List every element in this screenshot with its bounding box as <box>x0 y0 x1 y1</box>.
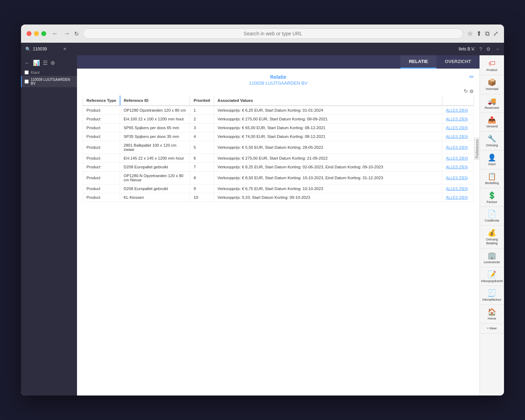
cell-associated-values: Verkoopprijs: € 5,50 EUR, Start Datum Ko… <box>214 141 442 154</box>
cell-reference-type: Product <box>83 172 120 184</box>
cell-prioriteit: 8 <box>190 172 214 184</box>
relation-subtitle: 110039 LUIJTGAARDEN BV <box>83 80 474 86</box>
sidebar-item-verzend[interactable]: 📤 Verzend <box>480 113 504 132</box>
browser-toolbar: ← → ↻ ☆ ⬆ ⧉ ⤢ <box>21 24 504 43</box>
settings-button[interactable]: ⚙ <box>486 46 491 52</box>
table-settings-button[interactable]: ⚙ <box>469 89 474 94</box>
inkoopfactuur-icon: 🧾 <box>488 289 496 297</box>
cell-actions: ALLES ZIEN <box>442 115 474 124</box>
sidebar-item-klant[interactable]: 👤 Klant <box>480 150 504 169</box>
fullscreen-button[interactable]: ⤢ <box>493 30 498 37</box>
search-clear-button[interactable]: ✕ <box>63 47 66 51</box>
cell-actions: ALLES ZIEN <box>442 163 474 172</box>
sidebar-item-factuur[interactable]: 💲 Factuur <box>480 188 504 207</box>
table-row: Product OP1280.N Opzetranden 120 x 80 cm… <box>83 172 474 184</box>
edit-icon[interactable]: ✏ <box>469 74 474 80</box>
alles-zien-link[interactable]: ALLES ZIEN <box>446 165 468 169</box>
relation-title: Relatie <box>83 74 474 80</box>
alles-zien-link[interactable]: ALLES ZIEN <box>446 134 468 139</box>
cell-associated-values: Verkoopprijs: 0,33, Start Datum Korting:… <box>214 193 442 202</box>
logout-button[interactable]: → <box>495 46 500 52</box>
cell-reference-type: Product <box>83 184 120 193</box>
leverancier-label: Leverancier <box>484 260 500 264</box>
sidebar-item-inkoopfactuur[interactable]: 🧾 Inkoopfactuur <box>480 286 504 305</box>
customer-item-checkbox[interactable] <box>24 79 29 84</box>
cell-reference-id: KL Klossen <box>120 193 190 202</box>
content-area: RELATIE OVERZICHT Relatie 110039 LUIJTGA… <box>77 55 479 396</box>
table-refresh-button[interactable]: ↻ <box>464 89 468 94</box>
bestelling-icon: 📋 <box>488 172 496 181</box>
cell-prioriteit: 2 <box>190 115 214 124</box>
inkoopopdracht-label: Inkoopopdracht <box>481 279 503 283</box>
sidebar-item-leverancier[interactable]: 🏢 Leverancier <box>480 248 504 267</box>
alles-zien-link[interactable]: ALLES ZIEN <box>446 176 468 180</box>
sidebar-item-product[interactable]: 🏷 Product <box>480 57 504 75</box>
table-row: Product 2801 Balkpallet 100 x 120 cm zwa… <box>83 141 474 154</box>
table-row: Product D208 Europallet gebruikt 7 Verko… <box>83 163 474 172</box>
table-row: Product SP35 Spijkers per doos 35 mm 4 V… <box>83 132 474 141</box>
th-reference-id: Reference ID <box>120 96 190 106</box>
sidebar-chart-button[interactable]: 📊 <box>33 59 40 66</box>
data-table: Reference Type Reference ID Prioriteit A… <box>83 96 474 202</box>
left-sidebar: ← 📊 ☰ ⊕ Klant 110039 LUIJTGAARDEN BV <box>21 55 77 396</box>
alles-zien-link[interactable]: ALLES ZIEN <box>446 195 468 200</box>
help-button[interactable]: ? <box>479 46 482 52</box>
bookmark-button[interactable]: ☆ <box>467 30 473 37</box>
share-button[interactable]: ⬆ <box>476 30 482 37</box>
cell-reference-id: SP65 Spijkers per doos 65 mm <box>120 124 190 132</box>
table-row: Product EH.145 22 x 145 x 1200 mm hout 6… <box>83 154 474 163</box>
alles-zien-link[interactable]: ALLES ZIEN <box>446 156 468 160</box>
cell-associated-values: Verkoopprijs: € 74,00 EUR, Start Datum K… <box>214 132 442 141</box>
top-right: Ilets B.V. ? ⚙ → <box>458 46 500 52</box>
company-name: Ilets B.V. <box>458 47 475 51</box>
customer-checkbox[interactable] <box>24 70 29 75</box>
sidebar-item-creditnota[interactable]: 📄 Creditnota <box>480 207 504 226</box>
sidebar-item-customer[interactable]: 110039 LUIJTGAARDEN BV <box>21 76 77 87</box>
nav-buttons: ← → ↻ <box>50 29 79 38</box>
search-input[interactable] <box>33 47 61 51</box>
maximize-button[interactable] <box>41 31 46 36</box>
sidebar-item-reserveer[interactable]: 🚚 Reserveer <box>480 94 504 113</box>
alles-zien-link[interactable]: ALLES ZIEN <box>446 108 468 112</box>
tab-overzicht[interactable]: OVERZICHT <box>436 55 479 69</box>
th-associated-values: Associated Values <box>214 96 442 106</box>
cell-prioriteit: 10 <box>190 193 214 202</box>
sidebar-item-voorraad[interactable]: 📦 Voorraad <box>480 75 504 94</box>
cell-reference-id: 2801 Balkpallet 100 x 120 cm zwaar <box>120 141 190 154</box>
tabs-button[interactable]: ⧉ <box>485 30 490 37</box>
sidebar-item-home[interactable]: 🏠 Home <box>480 305 504 324</box>
alles-zien-link[interactable]: ALLES ZIEN <box>446 126 468 130</box>
klant-icon: 👤 <box>488 153 496 162</box>
cell-reference-id: SP35 Spijkers per doos 35 mm <box>120 132 190 141</box>
back-button[interactable]: ← <box>50 29 59 38</box>
leverancier-icon: 🏢 <box>488 251 496 260</box>
cell-actions: ALLES ZIEN <box>442 106 474 115</box>
cell-prioriteit: 1 <box>190 106 214 115</box>
minimize-button[interactable] <box>34 31 39 36</box>
reserveer-label: Reserveer <box>485 106 499 110</box>
meer-label: + Meer <box>487 327 497 330</box>
cell-prioriteit: 9 <box>190 184 214 193</box>
sidebar-item-ontvang[interactable]: 🔧 Ontvang <box>480 132 504 150</box>
cell-reference-type: Product <box>83 106 120 115</box>
th-reference-type: Reference Type <box>83 96 120 106</box>
url-bar[interactable] <box>83 28 463 39</box>
th-actions <box>442 96 474 106</box>
sidebar-item-ontvang-betaling[interactable]: 💰 Ontvang Betaling <box>480 226 504 248</box>
sidebar-item-bestelling[interactable]: 📋 Bestelling <box>480 169 504 188</box>
sidebar-item-inkoopopdracht[interactable]: 📝 Inkoopopdracht <box>480 267 504 286</box>
cell-reference-type: Product <box>83 132 120 141</box>
close-button[interactable] <box>27 31 31 36</box>
reload-button[interactable]: ↻ <box>74 30 79 37</box>
alles-zien-link[interactable]: ALLES ZIEN <box>446 145 468 149</box>
sidebar-add-button[interactable]: ⊕ <box>50 59 55 66</box>
forward-button[interactable]: → <box>62 29 71 38</box>
sidebar-list-button[interactable]: ☰ <box>43 59 48 66</box>
tab-relatie[interactable]: RELATIE <box>400 55 436 69</box>
alles-zien-link[interactable]: ALLES ZIEN <box>446 117 468 121</box>
alles-zien-link[interactable]: ALLES ZIEN <box>446 187 468 191</box>
cell-prioriteit: 6 <box>190 154 214 163</box>
sidebar-back-button[interactable]: ← <box>24 60 30 66</box>
bestelling-label: Bestelling <box>485 181 499 185</box>
sidebar-item-meer[interactable]: + Meer <box>480 324 504 334</box>
